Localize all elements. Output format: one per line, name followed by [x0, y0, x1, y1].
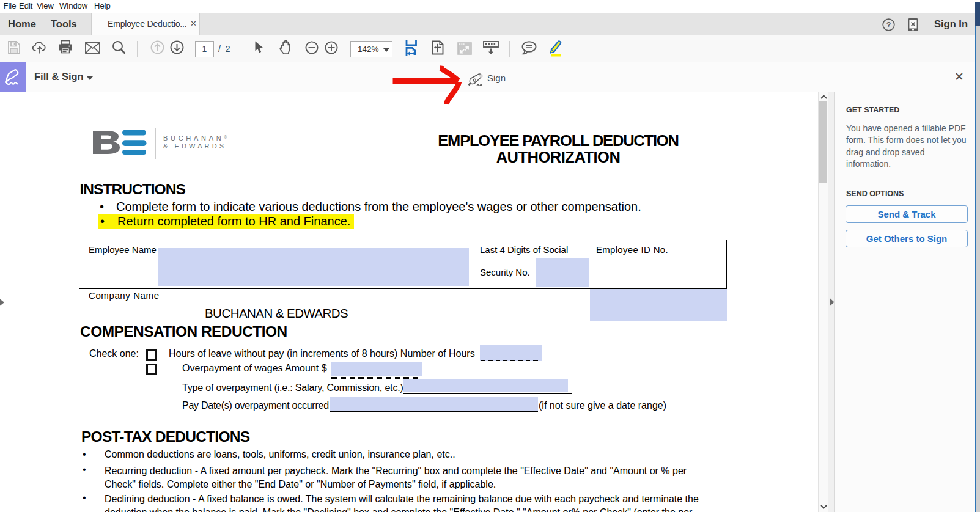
svg-text:?: ?: [886, 21, 891, 29]
